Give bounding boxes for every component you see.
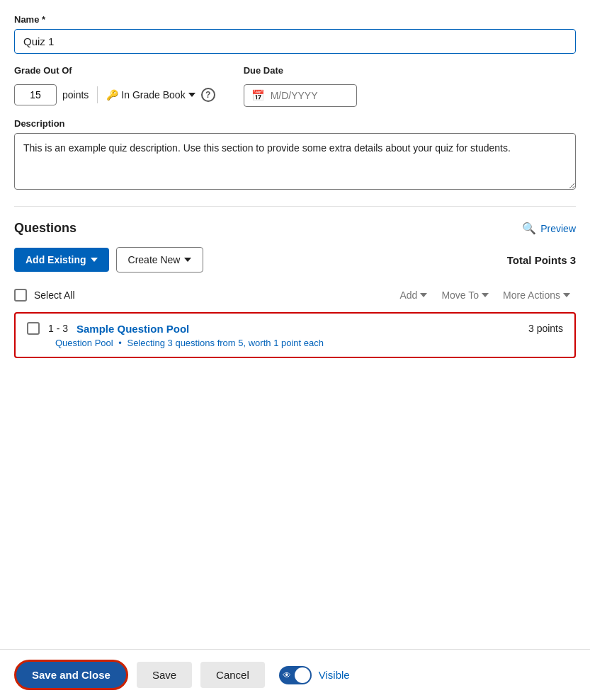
- grade-book-button[interactable]: 🔑 In Grade Book: [106, 89, 195, 101]
- select-all-label: Select All: [34, 289, 75, 301]
- pool-meta-text: Selecting 3 questions from 5, worth 1 po…: [127, 338, 324, 348]
- footer: Save and Close Save Cancel 👁 Visible: [0, 649, 590, 700]
- create-new-label: Create New: [128, 254, 181, 265]
- select-all-checkbox[interactable]: [14, 289, 27, 302]
- grade-book-chevron-icon: [188, 93, 195, 97]
- pool-type: Question Pool: [55, 338, 113, 348]
- section-divider: [14, 206, 576, 207]
- preview-label: Preview: [540, 223, 576, 234]
- preview-icon: 🔍: [522, 222, 536, 235]
- eye-icon: 👁: [283, 670, 291, 680]
- due-date-label: Due Date: [244, 65, 357, 76]
- name-input[interactable]: [14, 29, 576, 54]
- add-existing-label: Add Existing: [25, 254, 86, 265]
- save-and-close-button[interactable]: Save and Close: [14, 660, 128, 690]
- create-new-button[interactable]: Create New: [116, 247, 204, 272]
- total-points: Total Points 3: [507, 254, 576, 266]
- grade-label: Grade Out Of: [14, 65, 215, 76]
- cancel-button[interactable]: Cancel: [200, 662, 265, 688]
- questions-title: Questions: [14, 221, 76, 236]
- more-actions-chevron-icon: [563, 293, 570, 297]
- visible-label: Visible: [319, 669, 350, 681]
- key-icon: 🔑: [106, 89, 118, 101]
- help-icon[interactable]: ?: [201, 88, 215, 102]
- add-existing-chevron-icon: [91, 258, 98, 262]
- create-new-chevron-icon: [184, 258, 191, 262]
- pool-number: 1 - 3: [48, 323, 68, 334]
- add-existing-button[interactable]: Add Existing: [14, 248, 109, 272]
- toggle-track[interactable]: 👁: [279, 666, 312, 684]
- save-button[interactable]: Save: [137, 662, 192, 688]
- add-button[interactable]: Add: [394, 287, 433, 304]
- pool-meta: Question Pool • Selecting 3 questions fr…: [55, 338, 563, 348]
- due-date-placeholder: M/D/YYYY: [271, 90, 318, 101]
- vertical-divider: [97, 86, 98, 103]
- add-chevron-icon: [420, 293, 427, 297]
- calendar-icon: 📅: [251, 89, 265, 102]
- add-label: Add: [399, 289, 417, 301]
- points-label: points: [62, 89, 89, 101]
- more-actions-button[interactable]: More Actions: [497, 287, 576, 304]
- description-label: Description: [14, 118, 576, 129]
- more-actions-label: More Actions: [503, 289, 560, 301]
- question-pool-row: 1 - 3 Sample Question Pool 3 points Ques…: [14, 312, 576, 358]
- move-to-label: Move To: [441, 289, 479, 301]
- name-label: Name *: [14, 14, 576, 25]
- pool-meta-dot: •: [118, 338, 124, 348]
- description-textarea[interactable]: This is an example quiz description. Use…: [14, 133, 576, 190]
- grade-book-label: In Grade Book: [121, 89, 185, 101]
- grade-input[interactable]: [14, 84, 57, 105]
- pool-name[interactable]: Sample Question Pool: [76, 323, 189, 335]
- pool-points: 3 points: [528, 323, 563, 334]
- due-date-input[interactable]: 📅 M/D/YYYY: [244, 84, 357, 107]
- toggle-thumb: [295, 667, 310, 683]
- visible-toggle[interactable]: 👁 Visible: [279, 666, 350, 684]
- pool-checkbox[interactable]: [27, 322, 40, 335]
- move-to-button[interactable]: Move To: [436, 287, 494, 304]
- move-to-chevron-icon: [482, 293, 489, 297]
- preview-button[interactable]: 🔍 Preview: [522, 222, 576, 235]
